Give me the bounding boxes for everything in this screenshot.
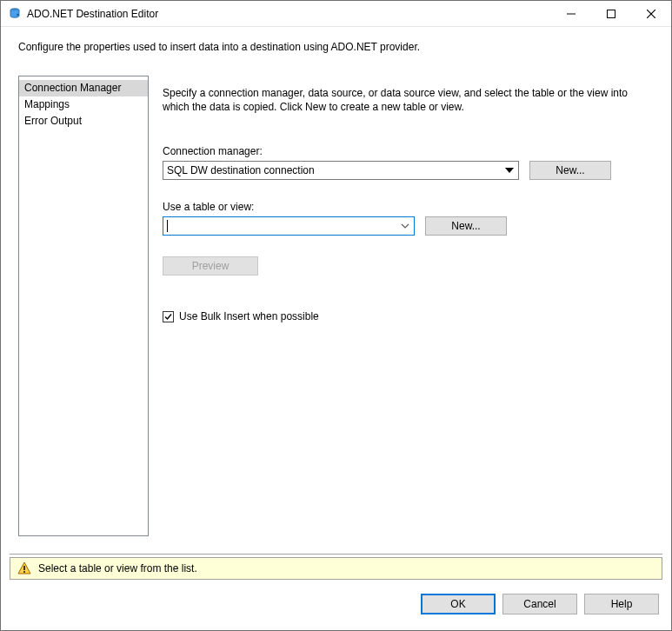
bulk-insert-row: Use Bulk Insert when possible <box>163 310 654 322</box>
svg-point-8 <box>23 571 25 573</box>
window-title: ADO.NET Destination Editor <box>27 8 158 20</box>
connection-row: SQL DW destination connection New... <box>163 161 654 180</box>
warning-icon <box>17 561 31 575</box>
sidebar-item-connection-manager[interactable]: Connection Manager <box>19 80 148 96</box>
connection-value: SQL DW destination connection <box>167 164 315 176</box>
close-button[interactable] <box>631 1 671 27</box>
bulk-insert-checkbox[interactable] <box>163 311 174 322</box>
table-combobox[interactable] <box>163 216 415 236</box>
bulk-insert-label: Use Bulk Insert when possible <box>179 310 319 322</box>
instruction-text: Configure the properties used to insert … <box>1 27 671 58</box>
connection-dropdown[interactable]: SQL DW destination connection <box>163 161 519 180</box>
dropdown-arrow-icon <box>502 163 516 177</box>
statusbar: Select a table or view from the list. <box>10 554 662 580</box>
svg-marker-5 <box>505 168 514 173</box>
table-new-button[interactable]: New... <box>425 216 507 236</box>
ok-button[interactable]: OK <box>421 594 496 614</box>
maximize-button[interactable] <box>591 1 631 27</box>
preview-row: Preview <box>163 256 654 276</box>
sidebar-item-error-output[interactable]: Error Output <box>19 113 148 130</box>
footer: OK Cancel Help <box>1 580 671 628</box>
sidebar: Connection Manager Mappings Error Output <box>18 76 149 536</box>
status-message: Select a table or view from the list. <box>38 562 197 575</box>
content-panel: Specify a connection manager, data sourc… <box>163 76 654 536</box>
connection-new-button[interactable]: New... <box>529 161 611 180</box>
table-label: Use a table or view: <box>163 201 654 213</box>
table-row: New... <box>163 216 654 236</box>
panel-description: Specify a connection manager, data sourc… <box>163 86 649 114</box>
connection-label: Connection manager: <box>163 145 654 157</box>
titlebar: ADO.NET Destination Editor <box>1 1 671 27</box>
minimize-button[interactable] <box>551 1 591 27</box>
svg-rect-2 <box>608 10 615 17</box>
combo-arrow-icon <box>398 219 412 233</box>
help-button[interactable]: Help <box>584 594 659 614</box>
preview-button: Preview <box>163 256 258 276</box>
window-buttons <box>551 1 671 27</box>
cancel-button[interactable]: Cancel <box>502 594 577 614</box>
app-icon <box>8 7 22 21</box>
main-area: Connection Manager Mappings Error Output… <box>1 58 671 554</box>
sidebar-item-mappings[interactable]: Mappings <box>19 96 148 113</box>
status-inner: Select a table or view from the list. <box>10 557 662 580</box>
